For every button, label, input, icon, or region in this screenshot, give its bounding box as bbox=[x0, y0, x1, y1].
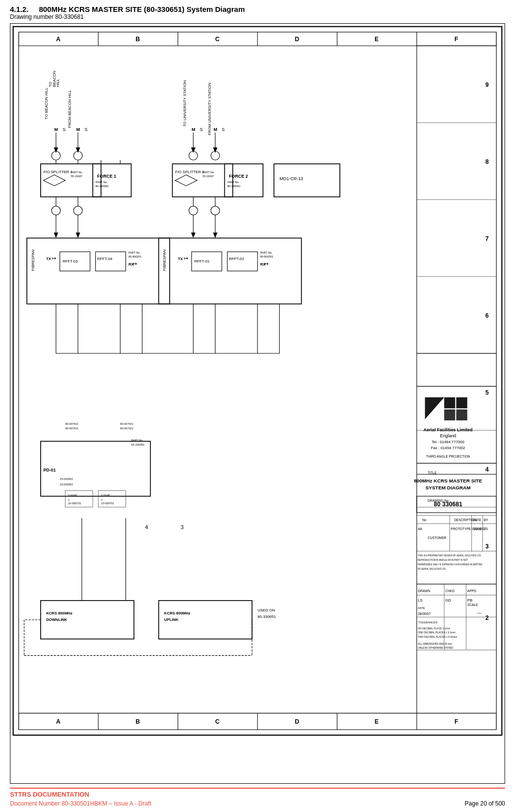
svg-text:TO BEACON HILL: TO BEACON HILL bbox=[44, 87, 49, 120]
svg-text:25-003352: 25-003352 bbox=[60, 483, 73, 486]
svg-marker-128 bbox=[191, 147, 195, 153]
svg-text:*TOLERANCES: *TOLERANCES bbox=[418, 621, 438, 624]
svg-text:28/06/07: 28/06/07 bbox=[418, 612, 431, 615]
svg-text:4: 4 bbox=[485, 466, 489, 473]
svg-text:F: F bbox=[454, 718, 458, 725]
svg-text:ONE DECIMAL PLACES ± 0.1mm: ONE DECIMAL PLACES ± 0.1mm bbox=[418, 631, 455, 634]
svg-rect-52 bbox=[456, 409, 467, 420]
svg-text:±: ± bbox=[68, 498, 69, 501]
page-title: 800MHz KCRS MASTER SITE (80-330651) Syst… bbox=[39, 5, 245, 13]
svg-rect-181 bbox=[96, 252, 126, 271]
svg-text:↣: ↣ bbox=[264, 261, 268, 267]
svg-text:64-155053: 64-155053 bbox=[131, 443, 144, 446]
svg-text:S: S bbox=[84, 127, 87, 132]
svg-text:LS: LS bbox=[418, 598, 422, 603]
svg-text:80-800201: 80-800201 bbox=[129, 255, 141, 258]
svg-text:A: A bbox=[56, 718, 61, 725]
svg-marker-150 bbox=[175, 175, 197, 186]
svg-text:PERMISSIBLE ONLY IF EXPRESSLY : PERMISSIBLE ONLY IF EXPRESSLY AUTHORISED… bbox=[418, 563, 483, 566]
svg-text:—: — bbox=[477, 610, 482, 615]
svg-rect-51 bbox=[444, 409, 455, 420]
svg-text:6: 6 bbox=[485, 312, 489, 319]
svg-text:SCALE: SCALE bbox=[467, 603, 478, 607]
svg-text:7: 7 bbox=[485, 235, 489, 242]
svg-text:LS: LS bbox=[484, 527, 488, 531]
svg-text:THIRD ANGLE PROJECTION: THIRD ANGLE PROJECTION bbox=[426, 455, 470, 458]
svg-text:KCRS 800MHz: KCRS 800MHz bbox=[164, 611, 191, 615]
svg-text:80-007421: 80-007421 bbox=[65, 422, 78, 425]
svg-text:PD-01: PD-01 bbox=[43, 468, 56, 473]
svg-point-160 bbox=[73, 206, 82, 215]
svg-text:M: M bbox=[213, 127, 217, 132]
diagram-area: A B C D E F A B C D E F bbox=[10, 23, 505, 784]
svg-text:M: M bbox=[192, 127, 195, 132]
svg-text:England: England bbox=[440, 433, 456, 438]
drawing-number: Drawing number 80-330681 bbox=[10, 13, 505, 20]
svg-text:5: 5 bbox=[485, 389, 489, 396]
svg-text:APPD: APPD bbox=[467, 589, 476, 593]
svg-text:Aerial Facilities Limited: Aerial Facilities Limited bbox=[424, 427, 473, 432]
svg-point-161 bbox=[189, 206, 198, 215]
svg-marker-126 bbox=[76, 147, 80, 153]
svg-text:TO UNIVERSITY STATION: TO UNIVERSITY STATION bbox=[183, 80, 187, 127]
svg-marker-48 bbox=[425, 398, 445, 419]
svg-text:10-000701: 10-000701 bbox=[101, 502, 114, 505]
svg-text:80-007421: 80-007421 bbox=[120, 422, 133, 425]
svg-text:NO DECIMAL PLACE ± 1mm: NO DECIMAL PLACE ± 1mm bbox=[418, 627, 450, 630]
svg-text:UPLINK: UPLINK bbox=[164, 617, 179, 622]
svg-point-162 bbox=[211, 206, 220, 215]
svg-text:CHKD: CHKD bbox=[445, 589, 454, 593]
svg-text:USED ON: USED ON bbox=[258, 608, 275, 612]
diagram-svg: A B C D E F A B C D E F bbox=[10, 24, 505, 738]
footer-section: STTRS DOCUMENTATION Document Number 80-3… bbox=[10, 788, 505, 807]
svg-marker-171 bbox=[54, 233, 58, 238]
svg-text:No: No bbox=[422, 518, 427, 522]
svg-text:CUSTOMER: CUSTOMER bbox=[428, 536, 447, 540]
svg-text:80-330651: 80-330651 bbox=[258, 614, 276, 619]
svg-text:RFFT-04: RFFT-04 bbox=[97, 257, 113, 261]
svg-text:TITLE: TITLE bbox=[428, 471, 437, 474]
svg-text:DATE: DATE bbox=[418, 607, 425, 609]
svg-text:TX: TX bbox=[46, 257, 52, 261]
svg-text:F/O SPLITTER 1: F/O SPLITTER 1 bbox=[43, 170, 72, 174]
svg-text:80-800201: 80-800201 bbox=[260, 255, 273, 258]
svg-marker-173 bbox=[191, 233, 195, 238]
svg-text:F: F bbox=[454, 36, 458, 43]
svg-marker-130 bbox=[213, 147, 217, 153]
svg-marker-124 bbox=[54, 147, 58, 153]
svg-text:KCRS 800MHz: KCRS 800MHz bbox=[46, 611, 72, 615]
svg-text:M: M bbox=[76, 127, 80, 132]
svg-text:↣: ↣ bbox=[132, 261, 137, 267]
svg-text:TX: TX bbox=[178, 257, 184, 261]
svg-text:HILL: HILL bbox=[56, 78, 60, 87]
svg-text:55-16007: 55-16007 bbox=[202, 175, 214, 178]
header-section: 4.1.2. 800MHz KCRS MASTER SITE (80-33065… bbox=[10, 5, 505, 20]
svg-text:3: 3 bbox=[181, 524, 184, 530]
svg-text:UNLESS OTHERWISE STATED: UNLESS OTHERWISE STATED bbox=[418, 647, 453, 649]
svg-text:REPRODUCTION IN WHOLE OR IN PA: REPRODUCTION IN WHOLE OR IN PART IS NOT bbox=[418, 559, 468, 561]
svg-rect-193 bbox=[227, 252, 258, 271]
svg-text:RFFT-03: RFFT-03 bbox=[63, 259, 78, 264]
svg-text:PART No.: PART No. bbox=[71, 171, 83, 174]
svg-text:↣: ↣ bbox=[184, 255, 188, 261]
svg-text:E: E bbox=[375, 718, 379, 725]
svg-text:M: M bbox=[55, 127, 58, 132]
page-container: 4.1.2. 800MHz KCRS MASTER SITE (80-33065… bbox=[0, 0, 515, 812]
svg-text:DRAWING No: DRAWING No bbox=[428, 499, 449, 502]
svg-text:PART No.: PART No. bbox=[260, 251, 273, 254]
svg-text:Tel : 01494 777000: Tel : 01494 777000 bbox=[432, 440, 464, 444]
svg-text:RFFT-02: RFFT-02 bbox=[229, 257, 244, 261]
svg-text:SYSTEM DIAGRAM: SYSTEM DIAGRAM bbox=[425, 485, 470, 490]
svg-text:0-50dB: 0-50dB bbox=[101, 494, 110, 497]
svg-text:BY: BY bbox=[484, 518, 488, 522]
svg-text:9: 9 bbox=[485, 81, 489, 88]
footer-sttrs-label: STTRS DOCUMENTATION bbox=[10, 791, 505, 798]
svg-text:PB: PB bbox=[467, 598, 472, 603]
svg-text:PART No.: PART No. bbox=[202, 171, 215, 174]
svg-text:3: 3 bbox=[485, 543, 489, 550]
svg-text:FIBRESPAN: FIBRESPAN bbox=[31, 250, 35, 271]
svg-rect-135 bbox=[41, 164, 101, 197]
svg-text:S: S bbox=[63, 127, 65, 132]
svg-text:D: D bbox=[295, 36, 299, 43]
svg-text:FIBRESPAN: FIBRESPAN bbox=[162, 250, 167, 271]
